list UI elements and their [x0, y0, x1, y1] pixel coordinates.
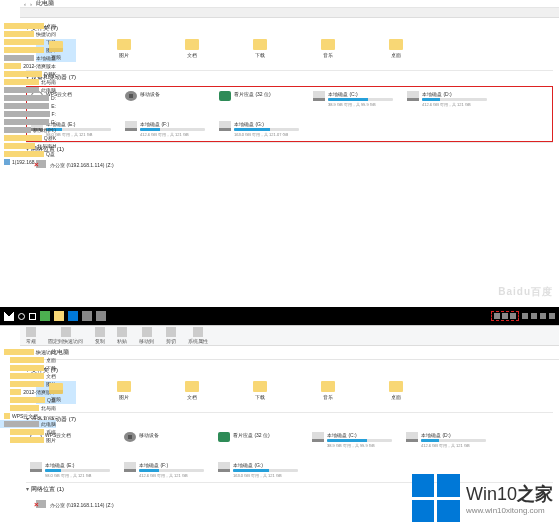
tree-item[interactable]: WPS云文档: [0, 412, 56, 420]
user-folder[interactable]: 下载: [240, 381, 280, 404]
local-drive-icon: [313, 91, 325, 101]
folders-header[interactable]: ▾文件夹 (7): [26, 22, 553, 35]
tree-item[interactable]: 图片: [0, 46, 56, 54]
ribbon-button[interactable]: 移动到: [139, 327, 154, 344]
system-tray[interactable]: [491, 311, 555, 321]
tree-item[interactable]: 系统: [0, 428, 56, 436]
folders-header[interactable]: ▾文件夹 (7): [26, 364, 553, 377]
user-folder[interactable]: 文档: [172, 381, 212, 404]
ribbon-label: 复制: [95, 338, 105, 344]
user-folder[interactable]: 音乐: [308, 39, 348, 62]
drive-item[interactable]: 本地磁盘 (D:)412.6 GB 可用，共 121 GB: [407, 91, 487, 107]
app-icon-4[interactable]: [96, 311, 106, 321]
user-folder[interactable]: 音乐: [308, 381, 348, 404]
tree-item[interactable]: Q盘: [0, 396, 56, 404]
tray-icon[interactable]: [502, 313, 508, 319]
drive-item[interactable]: 本地磁盘 (F:)412.6 GB 可用，共 121 GB: [124, 462, 204, 478]
search-icon[interactable]: [18, 313, 25, 320]
user-folder[interactable]: 下载: [240, 39, 280, 62]
tray-icon[interactable]: [494, 313, 500, 319]
tree-item[interactable]: 下载: [0, 38, 56, 46]
tray-icon[interactable]: [540, 313, 546, 319]
drive-item[interactable]: 本地磁盘 (C:)38.9 GB 可用，共 99.9 GB: [312, 432, 392, 448]
ribbon-icon: [95, 327, 105, 337]
ribbon-button[interactable]: 剪切: [166, 327, 176, 344]
network-drive-disconnected[interactable]: 办公室 (\\192.168.1.114) (Z:): [36, 160, 553, 170]
taskview-icon[interactable]: [29, 313, 36, 320]
tree-item[interactable]: 2012-清爽版本: [0, 62, 56, 70]
drive-item[interactable]: 本地磁盘 (E:)98.0 GB 可用，共 121 GB: [30, 462, 110, 478]
tree-item[interactable]: 此电脑: [0, 86, 56, 94]
drive-item[interactable]: 看片应盘 (32 位): [219, 91, 299, 107]
ribbon-icon: [26, 327, 36, 337]
tree-item[interactable]: Q盘: [0, 150, 56, 158]
disconnected-drive-icon: [36, 500, 46, 510]
taskbar[interactable]: [0, 307, 559, 325]
media-drive-icon: [218, 432, 230, 442]
tree-item[interactable]: E:: [0, 102, 56, 110]
tree-item[interactable]: 下载: [0, 364, 56, 372]
tree-item[interactable]: 2012-清爽版本: [0, 388, 56, 396]
app-icon-3[interactable]: [82, 311, 92, 321]
folder-icon: [4, 79, 39, 85]
tree-item[interactable]: 桌面: [0, 356, 56, 364]
ribbon[interactable]: 常规固定到快速访问复制粘贴移动到剪切系统属性: [20, 326, 559, 346]
tray-icon[interactable]: [522, 313, 528, 319]
tree-item[interactable]: 图片: [0, 380, 56, 388]
ribbon-button[interactable]: 固定到快速访问: [48, 327, 83, 344]
tree-item[interactable]: 1(192.168...): [0, 158, 56, 166]
nav-back-icon[interactable]: ‹: [24, 1, 26, 7]
user-folder[interactable]: 桌面: [376, 381, 416, 404]
tree-item[interactable]: G:: [0, 118, 56, 126]
ribbon-button[interactable]: 复制: [95, 327, 105, 344]
drive-item[interactable]: 本地磁盘 (D:)412.6 GB 可用，共 121 GB: [406, 432, 486, 448]
nav-tree[interactable]: 桌面快捷访问下载图片本地磁盘2012-清爽版本Q群K北与南此电脑D:E:F:G:…: [0, 18, 56, 166]
ribbon-button[interactable]: 粘贴: [117, 327, 127, 344]
titlebar: ‹ › 此电脑: [20, 0, 559, 8]
tree-item[interactable]: F:: [0, 110, 56, 118]
user-folder[interactable]: 桌面: [376, 39, 416, 62]
tree-item[interactable]: D:: [0, 94, 56, 102]
ribbon-button[interactable]: 系统属性: [188, 327, 208, 344]
tree-item[interactable]: 本地磁盘: [0, 54, 56, 62]
tree-item-label: D:: [51, 95, 56, 101]
drive-name: 本地磁盘 (G:): [233, 462, 298, 468]
tree-item[interactable]: 北与南: [0, 404, 56, 412]
ribbon-button[interactable]: 常规: [26, 327, 36, 344]
explorer-taskbar-icon[interactable]: [54, 311, 64, 321]
tray-icon[interactable]: [549, 313, 555, 319]
tree-item[interactable]: 此电脑: [0, 420, 56, 428]
user-folder[interactable]: 图片: [104, 39, 144, 62]
tree-item[interactable]: 北与南: [0, 78, 56, 86]
drive-item[interactable]: 本地磁盘 (F:)412.6 GB 可用，共 121 GB: [125, 121, 205, 137]
start-button-icon[interactable]: [4, 311, 14, 321]
drive-item[interactable]: 看片应盘 (32 位): [218, 432, 298, 448]
network-header[interactable]: ▾网络位置 (1): [26, 142, 553, 156]
drive-item[interactable]: 移动设备: [124, 432, 204, 448]
address-bar[interactable]: ← → ↑ 此电脑: [20, 346, 559, 360]
drives-header[interactable]: ▾设备和驱动器 (7): [26, 70, 553, 84]
tree-item[interactable]: 快速访问: [0, 348, 56, 356]
tree-item[interactable]: 新加卷(H:): [0, 126, 56, 134]
app-icon-2[interactable]: [68, 311, 78, 321]
drive-item[interactable]: 本地磁盘 (C:)38.9 GB 可用，共 99.9 GB: [313, 91, 393, 107]
tree-item[interactable]: 北与南H: [0, 142, 56, 150]
drive-item[interactable]: 移动设备: [125, 91, 205, 107]
tree-item[interactable]: 快捷访问: [0, 30, 56, 38]
nav-tree[interactable]: 快速访问桌面下载文档图片2012-清爽版本Q盘北与南WPS云文档此电脑系统图片: [0, 344, 56, 444]
user-folder[interactable]: 文档: [172, 39, 212, 62]
tree-item[interactable]: Q群K: [0, 70, 56, 78]
tree-item[interactable]: 图片: [0, 436, 56, 444]
app-icon-1[interactable]: [40, 311, 50, 321]
folder-icon: [185, 39, 199, 50]
drive-item[interactable]: 本地磁盘 (G:)163.0 GB 可用，共 121 GB: [218, 462, 298, 478]
tree-item[interactable]: 桌面: [0, 22, 56, 30]
tree-item[interactable]: Q群K: [0, 134, 56, 142]
user-folder[interactable]: 图片: [104, 381, 144, 404]
network-drive-label: 办公室 (\\192.168.1.114) (Z:): [50, 162, 114, 168]
drive-item[interactable]: 本地磁盘 (G:)163.0 GB 可用，共 121.07 GB: [219, 121, 299, 137]
drives-header[interactable]: ▾设备和驱动器 (7): [26, 412, 553, 426]
tray-icon[interactable]: [510, 313, 516, 319]
tree-item[interactable]: 文档: [0, 372, 56, 380]
tray-icon[interactable]: [531, 313, 537, 319]
